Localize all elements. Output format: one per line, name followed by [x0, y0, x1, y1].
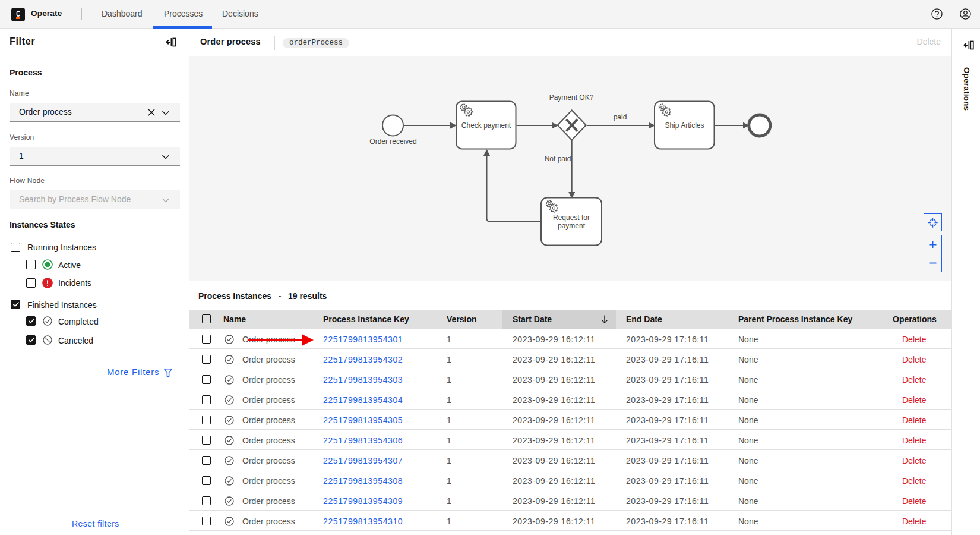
- svg-text:payment: payment: [558, 222, 586, 230]
- svg-text:paid: paid: [614, 113, 627, 121]
- svg-text:Order received: Order received: [369, 137, 416, 146]
- svg-text:Check payment: Check payment: [461, 121, 511, 130]
- svg-text:Payment OK?: Payment OK?: [549, 93, 594, 102]
- svg-text:Request for: Request for: [553, 213, 590, 222]
- svg-text:Ship Articles: Ship Articles: [665, 121, 704, 130]
- svg-text:Not paid: Not paid: [545, 155, 571, 163]
